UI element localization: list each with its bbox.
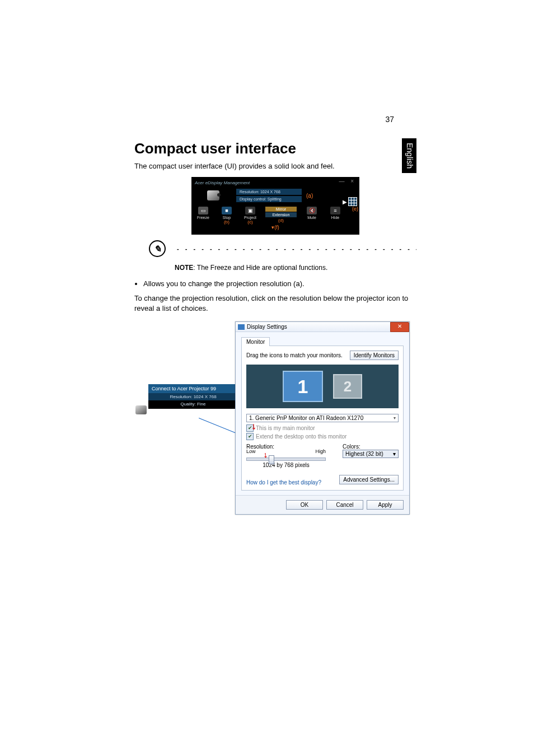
annotation-e: (e) — [352, 206, 358, 212]
callout-line — [199, 418, 236, 433]
note-icon: ✎ — [149, 240, 166, 257]
note-label: NOTE — [175, 264, 193, 272]
project-label: Project — [244, 216, 256, 220]
display-settings-window: Display Settings ✕ Monitor Drag the icon… — [235, 321, 410, 515]
monitor-tab[interactable]: Monitor — [241, 337, 270, 346]
monitor-select-value: 1. Generic PnP Monitor on ATI Radeon X12… — [249, 415, 363, 421]
hide-button[interactable]: ≡ Hide — [327, 207, 344, 220]
expand-arrow-icon[interactable]: ▶ — [343, 199, 347, 205]
help-link[interactable]: How do I get the best display? — [246, 479, 321, 486]
drag-instruction: Drag the icons to match your monitors. — [246, 352, 343, 358]
cancel-button[interactable]: Cancel — [326, 500, 363, 510]
split-grid-icon[interactable] — [348, 197, 357, 206]
section-intro: The compact user interface (UI) provides… — [134, 162, 416, 170]
project-button[interactable]: ▣ Project (c) — [242, 207, 259, 225]
body-change-resolution: To change the projection resolution, cli… — [134, 293, 416, 314]
hide-label: Hide — [331, 216, 339, 220]
slider-thumb[interactable] — [269, 455, 274, 464]
chevron-down-icon: ▾ — [394, 416, 396, 421]
note-divider: - - - - - - - - - - - - - - - - - - - - … — [177, 245, 416, 252]
connect-quality: Quality: Fine — [148, 400, 238, 409]
close-button[interactable]: ✕ — [390, 322, 409, 332]
ok-button[interactable]: OK — [286, 500, 323, 510]
projector-small-icon — [135, 405, 147, 414]
section-title: Compact user interface — [134, 140, 416, 157]
window-app-icon — [238, 324, 245, 330]
monitor-select[interactable]: 1. Generic PnP Monitor on ATI Radeon X12… — [246, 414, 399, 422]
extension-button[interactable]: Extension — [265, 212, 297, 217]
freeze-button[interactable]: ▭ Freeze — [195, 207, 212, 220]
monitor-1[interactable]: 1 — [283, 371, 323, 402]
annotation-b: (b) — [224, 220, 229, 225]
slider-low-label: Low — [246, 449, 256, 454]
compact-window-title: Acer eDisplay Management — [191, 179, 359, 188]
slider-high-label: High — [315, 449, 326, 454]
monitor-2[interactable]: 2 — [333, 374, 362, 399]
colors-value: Highest (32 bit) — [345, 451, 383, 457]
note-body: : The Freeze and Hide are optional funct… — [193, 264, 327, 272]
main-monitor-label: This is my main monitor — [256, 425, 315, 431]
note-text: NOTE: The Freeze and Hide are optional f… — [175, 264, 416, 272]
extend-desktop-label: Extend the desktop onto this monitor — [256, 433, 346, 440]
bullet-item-1: Allows you to change the projection reso… — [143, 279, 416, 288]
colors-label: Colors: — [343, 444, 399, 450]
monitor-arrangement-area[interactable]: 1 2 — [246, 365, 399, 408]
language-tab: English — [402, 138, 416, 173]
extend-desktop-checkbox: ✔ — [246, 433, 254, 440]
mirror-button[interactable]: Mirror — [265, 207, 297, 212]
colors-select[interactable]: Highest (32 bit) ▾ — [343, 450, 399, 458]
annotation-a: (a) — [306, 193, 313, 199]
annotation-d: (d) — [265, 218, 297, 223]
page-number: 37 — [385, 115, 394, 124]
identify-monitors-button[interactable]: Identify Monitors — [350, 351, 399, 360]
stop-button[interactable]: ■ Stop (b) — [218, 207, 235, 225]
compact-ui-figure: Acer eDisplay Management — × Resolution:… — [191, 177, 359, 235]
connect-title: Connect to Acer Projector 99 — [148, 384, 238, 393]
connect-box: Connect to Acer Projector 99 Resolution:… — [148, 384, 238, 409]
projector-icon — [207, 190, 219, 200]
window-title: Display Settings — [247, 324, 287, 330]
resolution-slider[interactable]: ➘ — [246, 458, 326, 461]
chevron-down-icon: ▾ — [393, 451, 396, 457]
window-min-close[interactable]: — × — [339, 178, 356, 184]
stop-label: Stop — [223, 216, 231, 220]
display-control-box[interactable]: Display control: Splitting — [236, 196, 302, 202]
apply-button[interactable]: Apply — [367, 500, 404, 510]
annotation-c: (c) — [247, 220, 252, 225]
freeze-label: Freeze — [197, 216, 209, 220]
connect-resolution[interactable]: Resolution: 1024 X 768 — [148, 393, 238, 400]
mute-label: Mute — [307, 216, 316, 220]
advanced-settings-button[interactable]: Advanced Settings... — [339, 475, 399, 484]
resolution-box[interactable]: Resolution: 1024 X 768 — [236, 189, 302, 195]
annotation-f: ▾(f) — [191, 225, 359, 230]
mute-button[interactable]: 🔇 Mute — [303, 207, 320, 220]
resolution-value: 1024 by 768 pixels — [246, 462, 326, 468]
